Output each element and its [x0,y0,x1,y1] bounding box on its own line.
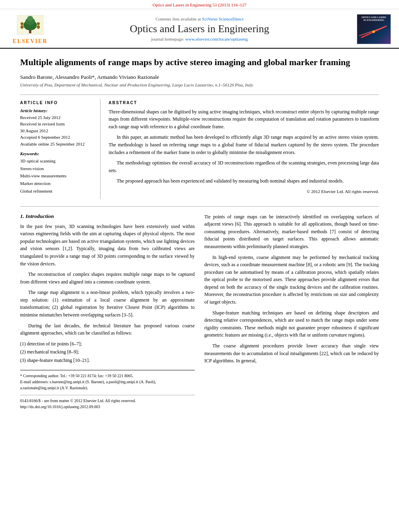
abstract-heading: ABSTRACT [109,101,379,105]
article-info-heading: ARTICLE INFO [20,101,95,105]
copyright: © 2012 Elsevier Ltd. All rights reserved… [109,188,379,195]
online-date: Available online 25 September 2012 [20,141,95,148]
page: Optics and Lasers in Engineering 51 (201… [0,0,399,532]
intro-para-1: In the past few years, 3D scanning techn… [20,223,195,268]
intro-text-left: In the past few years, 3D scanning techn… [20,223,195,337]
right-para-3: Shape-feature matching techniques are ba… [204,309,379,339]
intro-para-2: The reconstruction of complex shapes req… [20,271,195,286]
history-label: Article history: [20,108,95,113]
body-right-column: Tie points of range maps can be interact… [204,213,379,410]
journal-title: Optics and Lasers in Engineering [52,23,347,35]
list-item-1: (1) detection of tie points [6–7]; [20,340,195,348]
keyword-4: Marker detection [20,180,95,187]
revised-date: 30 August 2012 [20,127,95,134]
introduction-title: 1. Introduction [20,213,195,220]
svg-rect-12 [39,26,40,28]
received-date: Received 25 July 2012 [20,114,95,121]
abstract-para-3: The methodology optimises the overall ac… [109,159,379,174]
homepage-link[interactable]: www.elsevier.com/locate/optlaseng [185,37,248,41]
journal-title-area: Contents lists available at SciVerse Sci… [52,16,347,41]
abstract-para-1: Three-dimensional shapes can be digitise… [109,108,379,131]
footnote-emails: E-mail addresses: s.barone@ing.unipi.it … [20,379,195,391]
footnote-star: * Corresponding author. Tel.: +39 50 221… [20,373,195,379]
contents-line: Contents lists available at SciVerse Sci… [52,16,347,21]
journal-header: ELSEVIER Contents lists available at Sci… [0,9,399,49]
svg-point-4 [27,16,33,21]
keyword-5: Global refinement [20,187,95,195]
elsevier-logo: ELSEVIER [8,13,52,45]
right-para-2: In high-end systems, coarse alignment ma… [204,254,379,306]
svg-point-5 [21,22,23,25]
section-divider [20,206,379,207]
body-left-column: 1. Introduction In the past few years, 3… [20,213,195,410]
right-para-1: Tie points of range maps can be interact… [204,213,379,251]
abstract-text: Three-dimensional shapes can be digitise… [109,108,379,195]
abstract-column: ABSTRACT Three-dimensional shapes can be… [109,99,379,199]
elsevier-tree-icon [14,13,46,37]
footer-issn: 0143-8166/$ - see front matter © 2012 El… [20,398,195,404]
elsevier-logo-area: ELSEVIER [8,13,52,45]
intro-para-4: During the last decades, the technical l… [20,322,195,337]
article-info-abstract: ARTICLE INFO Article history: Received 2… [20,94,379,199]
footer-doi: http://dx.doi.org/10.1016/j.optlaseng.20… [20,404,195,410]
footnotes: * Corresponding author. Tel.: +39 50 221… [20,370,195,391]
body-content: 1. Introduction In the past few years, 3… [20,213,379,410]
intro-para-3: The range map alignment is a non-linear … [20,289,195,318]
cover-title: OPTICS AND LASERSIN ENGINEERING [362,16,386,22]
right-para-4: The coarse alignment procedures provide … [204,342,379,365]
sciverse-link[interactable]: SciVerse ScienceDirect [202,16,243,21]
paper-title: Multiple alignments of range maps by act… [20,57,379,68]
keyword-2: Stereo-vision [20,165,95,173]
svg-point-9 [37,22,40,25]
svg-line-14 [359,27,385,35]
keywords-section: Keywords: 3D optical scanning Stereo-vis… [20,151,95,195]
journal-citation-strip: Optics and Lasers in Engineering 51 (201… [0,0,399,9]
abstract-para-2: In this paper, an automatic method has b… [109,134,379,156]
list-item-3: (3) shape-feature matching [10–21]. [20,357,195,364]
revised-label: Received in revised form [20,121,95,127]
article-history: Article history: Received 25 July 2012 R… [20,108,95,148]
svg-point-15 [372,31,375,33]
paper-content: Multiple alignments of range maps by act… [0,49,399,418]
journal-cover-area: OPTICS AND LASERSIN ENGINEERING [347,14,391,44]
svg-rect-7 [21,26,22,28]
keywords-label: Keywords: [20,151,95,156]
article-info-column: ARTICLE INFO Article history: Received 2… [20,99,101,199]
keywords-list: 3D optical scanning Stereo-vision Multi-… [20,157,95,195]
journal-citation: Optics and Lasers in Engineering 51 (201… [152,2,246,7]
keyword-1: 3D optical scanning [20,157,95,165]
abstract-para-4: The proposed approach has been experienc… [109,177,379,185]
keyword-3: Multi-view measurements [20,172,95,180]
svg-rect-11 [37,26,38,28]
svg-rect-8 [23,26,24,28]
footer-info: 0143-8166/$ - see front matter © 2012 El… [20,395,195,410]
list-item-2: (2) mechanical tracking [8–9]; [20,348,195,356]
authors: Sandro Barone, Alessandro Paoli*, Armand… [20,74,379,80]
elsevier-brand-text: ELSEVIER [13,38,48,45]
affiliation: University of Pisa, Department of Mechan… [20,82,379,87]
intro-text-right: Tie points of range maps can be interact… [204,213,379,365]
cover-graphic-icon [357,24,391,40]
approach-list: (1) detection of tie points [6–7]; (2) m… [20,340,195,364]
accepted-date: Accepted 6 September 2012 [20,134,95,141]
journal-homepage: journal homepage: www.elsevier.com/locat… [52,37,347,41]
journal-cover-thumbnail: OPTICS AND LASERSIN ENGINEERING [357,14,391,44]
